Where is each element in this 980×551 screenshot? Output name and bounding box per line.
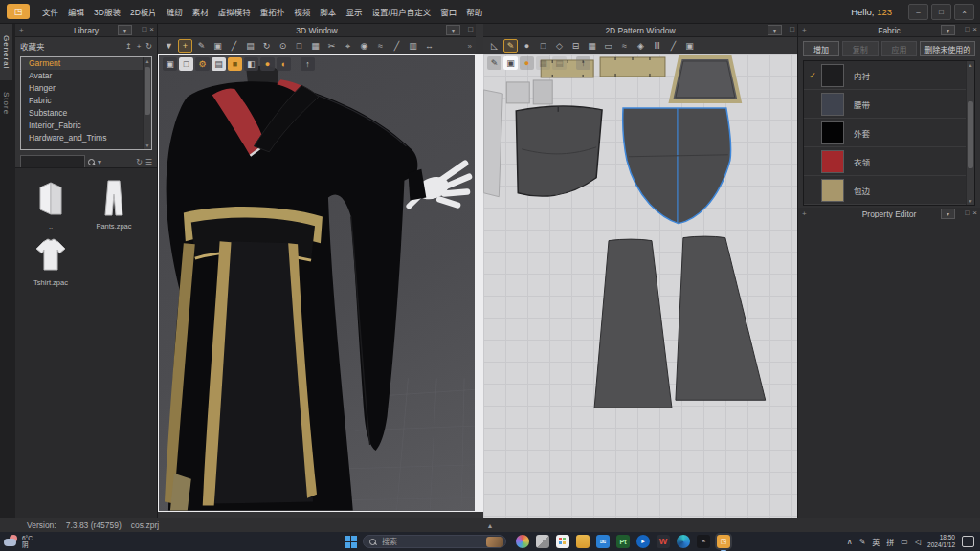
fabric-swatch[interactable] <box>821 179 844 202</box>
app-logo-icon[interactable]: ◳ <box>7 4 30 19</box>
weather-widget[interactable]: 6°C阴 <box>4 535 33 549</box>
library-item-fabric[interactable]: Fabric <box>21 95 151 107</box>
tray-chevron-icon[interactable]: ∧ <box>847 538 853 546</box>
fabric-row-binding[interactable]: 包边 <box>804 176 974 205</box>
library-dropdown-button[interactable]: ▾ <box>118 25 132 35</box>
library-item-hanger[interactable]: Hanger <box>21 82 151 95</box>
menu-settings[interactable]: 设置/用户自定义 <box>367 6 435 17</box>
library-item-substance[interactable]: Substance <box>21 107 151 120</box>
menu-script[interactable]: 脚本 <box>315 6 341 17</box>
menu-retopology[interactable]: 重拓扑 <box>256 6 290 17</box>
rectangle-tool-icon[interactable]: □ <box>536 39 550 53</box>
bounding-box-icon[interactable]: □ <box>292 39 306 53</box>
volume-icon[interactable]: ◁ <box>915 538 921 546</box>
menu-edit[interactable]: 编辑 <box>63 6 89 17</box>
start-button[interactable] <box>345 536 357 548</box>
pin-icon[interactable]: + <box>802 26 807 34</box>
menu-2d-pattern[interactable]: 2D板片 <box>125 6 162 17</box>
menu-avatar[interactable]: 虚拟模特 <box>213 6 256 17</box>
taskbar-search-input[interactable] <box>380 537 482 547</box>
menu-window[interactable]: 窗口 <box>435 6 461 17</box>
iron-tool-icon[interactable]: ▭ <box>601 39 615 53</box>
press-tool-icon[interactable]: ↑ <box>301 57 315 71</box>
fabric-row-collar[interactable]: 衣领 <box>804 147 974 176</box>
edge-browser-icon[interactable] <box>677 535 690 548</box>
avatar-icon[interactable]: ⊙ <box>276 39 290 53</box>
scroll-up-icon[interactable]: ▲ <box>144 57 151 65</box>
pen-edit-icon[interactable]: ✎ <box>194 39 209 53</box>
float-panel-icon[interactable]: □ <box>142 25 146 33</box>
avatar-head-icon[interactable]: ● <box>260 57 275 71</box>
panel-tool-icon[interactable]: ▥ <box>406 39 420 53</box>
two-d-window-dropdown[interactable]: ▾ <box>768 25 782 35</box>
mail-icon[interactable]: ✉ <box>596 535 610 548</box>
fabric-row-lining[interactable]: ✓ 内衬 <box>804 61 974 90</box>
taskbar-search[interactable] <box>363 535 506 548</box>
add-icon[interactable]: + <box>137 42 142 51</box>
fabric-scrollbar[interactable]: ▲ ▼ <box>966 61 974 205</box>
file-explorer-icon[interactable] <box>576 535 590 548</box>
float-window-icon[interactable]: □ <box>468 25 473 33</box>
garment-pair-icon[interactable]: ▤ <box>243 39 257 53</box>
toolbar-overflow-icon[interactable]: » <box>468 42 472 51</box>
stitch-pen-icon[interactable]: ╱ <box>227 39 241 53</box>
store-icon[interactable] <box>556 535 569 548</box>
arrange-tool-icon[interactable]: ↔ <box>422 39 436 53</box>
tab-general[interactable]: General <box>0 24 12 80</box>
pin-icon[interactable]: + <box>19 26 24 34</box>
close-panel-icon[interactable]: × <box>149 25 154 33</box>
library-folder-up[interactable]: .. <box>21 178 80 231</box>
fabric-swatch[interactable] <box>821 64 844 87</box>
pattern-color-icon[interactable]: ■ <box>228 57 242 71</box>
grid-tool-icon[interactable]: ▦ <box>585 39 599 53</box>
menu-file[interactable]: 文件 <box>37 6 63 17</box>
window-splitter[interactable] <box>476 54 483 512</box>
menu-3d-garment[interactable]: 3D服装 <box>89 6 125 17</box>
float-panel-icon[interactable]: □ <box>965 25 969 33</box>
photos-icon[interactable] <box>516 535 529 548</box>
library-item-interior-fabric[interactable]: Interior_Fabric <box>21 120 151 132</box>
refresh-icon[interactable]: ↻ <box>145 42 152 51</box>
scrollbar-thumb[interactable] <box>145 67 150 115</box>
ime-mode-indicator[interactable]: 拼 <box>886 537 894 547</box>
username[interactable]: 123 <box>877 7 892 17</box>
tape-measure-icon[interactable]: ⌖ <box>341 39 355 53</box>
transparency-icon[interactable]: ◧ <box>244 57 258 71</box>
world-icon[interactable]: ◐ <box>277 57 291 71</box>
library-item-garment[interactable]: Garment <box>21 57 151 70</box>
edit-pattern-icon[interactable]: ✎ <box>503 39 518 53</box>
pin-icon[interactable]: + <box>802 209 807 218</box>
fabric-swatch[interactable] <box>821 150 844 173</box>
onedrive-icon[interactable]: ▸ <box>636 535 650 548</box>
steam-tool-icon[interactable]: ≈ <box>617 39 632 53</box>
show-garment-icon[interactable]: ▣ <box>682 39 697 53</box>
filter-icon[interactable]: ▾ <box>98 158 101 166</box>
gear-icon[interactable]: ⚙ <box>195 57 210 71</box>
library-scrollbar[interactable]: ▲ ▼ <box>143 57 151 149</box>
notification-icon[interactable] <box>962 536 974 547</box>
scrollbar-thumb[interactable] <box>968 101 973 168</box>
garment-solid-icon[interactable]: ▣ <box>163 57 177 71</box>
three-d-window-dropdown[interactable]: ▾ <box>446 25 460 35</box>
list-view-icon[interactable]: ☰ <box>145 158 152 166</box>
restore-button[interactable]: □ <box>931 4 951 20</box>
pt-app-icon[interactable]: Pt <box>616 535 630 548</box>
wave-tool-icon[interactable]: ≈ <box>373 39 388 53</box>
fabric-swatch[interactable] <box>821 121 844 144</box>
box-b-icon[interactable]: ▤ <box>552 56 567 70</box>
scroll-down-icon[interactable]: ▼ <box>967 197 974 205</box>
close-panel-icon[interactable]: × <box>972 25 977 33</box>
pen-icon[interactable]: ✎ <box>859 538 866 546</box>
scissors-icon[interactable]: ✂ <box>324 39 339 53</box>
scroll-up-icon[interactable]: ▲ <box>967 61 974 69</box>
monitor-icon[interactable]: ▭ <box>901 538 908 546</box>
garment-toggle-icon[interactable]: ▣ <box>503 56 518 70</box>
delete-unused-button[interactable]: 删除未使用的 <box>920 41 975 56</box>
close-panel-icon[interactable]: × <box>972 209 977 217</box>
select-move-icon[interactable]: + <box>178 39 192 53</box>
pleats-tool-icon[interactable]: Ⅲ <box>650 39 664 53</box>
refresh-view-icon[interactable]: ↻ <box>136 158 143 166</box>
box-a-icon[interactable]: ▦ <box>536 56 550 70</box>
menu-sewing[interactable]: 缝纫 <box>162 6 188 17</box>
property-dropdown-button[interactable]: ▾ <box>941 209 955 219</box>
